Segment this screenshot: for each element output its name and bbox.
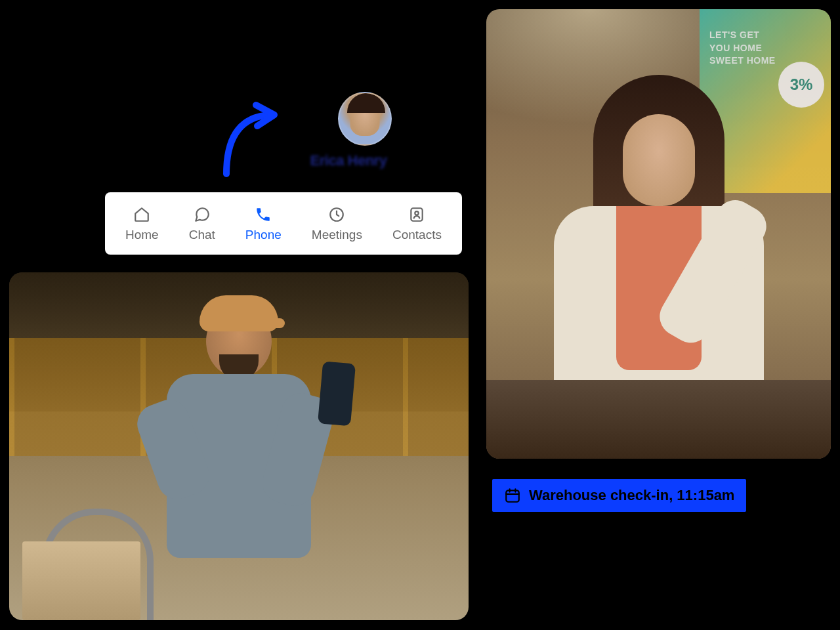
- nav-label: Meetings: [312, 228, 362, 242]
- poster-line: SWEET HOME: [709, 54, 776, 68]
- nav-home[interactable]: Home: [121, 200, 163, 247]
- contacts-icon: [408, 205, 426, 224]
- desk-surface: [486, 380, 831, 459]
- nav-label: Phone: [245, 228, 282, 242]
- nav-phone[interactable]: Phone: [242, 200, 285, 247]
- nav-label: Chat: [189, 228, 215, 242]
- boxes-stack: [22, 541, 140, 620]
- poster-line: YOU HOME: [709, 42, 776, 55]
- nav-label: Home: [125, 228, 159, 242]
- arrow-icon: [217, 98, 295, 177]
- calendar-event-chip[interactable]: Warehouse check-in, 11:15am: [492, 479, 746, 512]
- phone-icon: [254, 205, 272, 224]
- home-icon: [133, 205, 151, 224]
- office-photo-panel: LET'S GET YOU HOME SWEET HOME 3%: [486, 9, 831, 459]
- svg-rect-3: [506, 490, 519, 501]
- contact-callout: Erica Henry: [272, 92, 392, 169]
- event-label: Warehouse check-in, 11:15am: [529, 487, 734, 504]
- clock-icon: [327, 205, 346, 224]
- phone-device: [318, 361, 356, 426]
- chat-icon: [193, 205, 211, 224]
- app-nav-bar: Home Chat Phone Meetings: [105, 192, 462, 255]
- warehouse-worker-figure: [147, 305, 331, 614]
- calendar-icon: [504, 487, 521, 504]
- nav-chat[interactable]: Chat: [185, 200, 219, 247]
- contact-name: Erica Henry: [310, 152, 387, 169]
- nav-meetings[interactable]: Meetings: [308, 200, 366, 247]
- nav-label: Contacts: [392, 228, 442, 242]
- svg-point-2: [415, 211, 419, 215]
- poster-line: LET'S GET: [709, 29, 776, 42]
- warehouse-photo-panel: [9, 272, 469, 620]
- contact-avatar[interactable]: [338, 92, 392, 146]
- poster-badge: 3%: [778, 62, 824, 108]
- nav-contacts[interactable]: Contacts: [388, 200, 446, 247]
- warehouse-scene: [9, 272, 469, 620]
- office-scene: LET'S GET YOU HOME SWEET HOME 3%: [486, 9, 831, 459]
